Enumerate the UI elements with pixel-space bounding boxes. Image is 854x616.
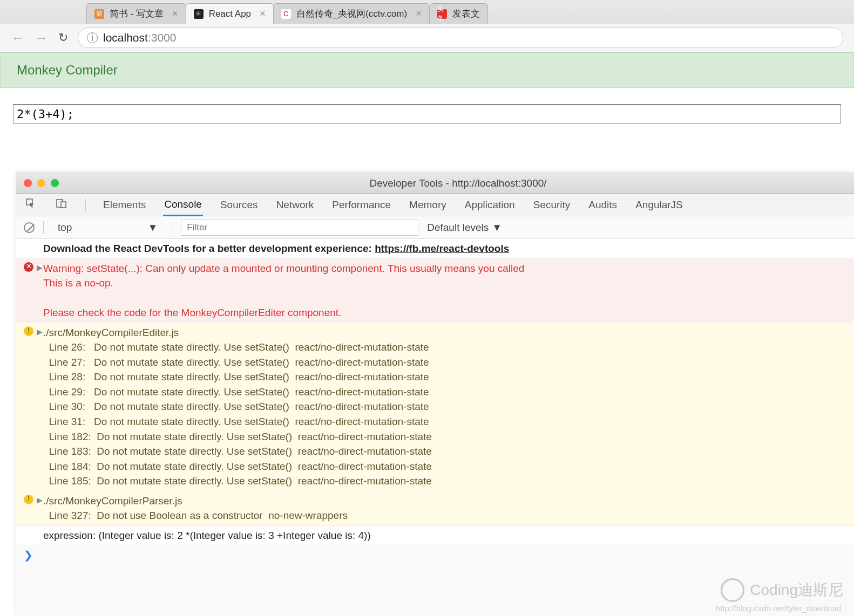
separator [172, 221, 172, 234]
browser-tab[interactable]: C自然传奇_央视网(cctv.com)× [273, 3, 430, 24]
tab-title: 简书 - 写文章 [110, 8, 164, 20]
expand-arrow-icon[interactable]: ▶ [37, 326, 43, 337]
browser-toolbar: ← → ↻ i localhost:3000 [0, 24, 854, 52]
chevron-down-icon: ▼ [147, 222, 158, 234]
window-zoom-icon[interactable] [51, 179, 59, 187]
device-toggle-icon[interactable] [54, 199, 69, 211]
devtools-titlebar: Developer Tools - http://localhost:3000/ [16, 173, 854, 194]
window-close-icon[interactable] [24, 179, 32, 187]
watermark: Coding迪斯尼 [721, 578, 843, 602]
message-text: ./src/MonkeyCompilerEditer.js Line 26: D… [43, 325, 432, 489]
chevron-down-icon: ▼ [492, 222, 502, 234]
error-icon: ✕ [24, 262, 33, 272]
browser-tabs: 简简书 - 写文章×⚛React App×C自然传奇_央视网(cctv.com)… [0, 0, 854, 24]
site-info-icon[interactable]: i [87, 32, 98, 43]
message-text: ./src/MonkeyCompilerParser.js Line 327: … [43, 494, 348, 523]
devtools-tab-network[interactable]: Network [275, 195, 315, 215]
devtools-tab-angularjs[interactable]: AngularJS [634, 195, 684, 215]
tab-title: React App [209, 9, 251, 19]
console-message: expression: (Integer value is: 2 *(Integ… [16, 526, 854, 546]
clear-console-icon[interactable] [24, 222, 35, 233]
devtools-tab-elements[interactable]: Elements [102, 195, 147, 215]
warning-icon: ! [24, 326, 33, 336]
nav-back-icon[interactable]: ← [11, 30, 25, 46]
address-port: :3000 [148, 31, 177, 44]
warning-icon: ! [24, 495, 33, 504]
watermark-sub: http://blog.csdn.net/tyler_download [716, 604, 841, 613]
tab-favicon-icon: 头条 [437, 9, 447, 19]
devtools-tab-application[interactable]: Application [464, 195, 516, 215]
devtools-tab-audits[interactable]: Audits [587, 195, 618, 215]
browser-tab[interactable]: ⚛React App× [186, 3, 274, 24]
devtools-tab-sources[interactable]: Sources [219, 195, 259, 215]
watermark-text: Coding迪斯尼 [750, 580, 843, 600]
tab-favicon-icon: ⚛ [194, 9, 204, 19]
console-output: Download the React DevTools for a better… [16, 239, 854, 545]
tab-close-icon[interactable]: × [416, 8, 422, 19]
devtools-tab-performance[interactable]: Performance [331, 195, 392, 215]
devtools-tab-memory[interactable]: Memory [408, 195, 448, 215]
console-message: !▶./src/MonkeyCompilerParser.js Line 327… [16, 491, 854, 526]
console-message: ✕▶Warning: setState(...): Can only updat… [16, 259, 854, 323]
message-text: Warning: setState(...): Can only update … [43, 261, 524, 320]
tab-favicon-icon: 简 [94, 9, 104, 19]
console-message: !▶./src/MonkeyCompilerEditer.js Line 26:… [16, 323, 854, 491]
filter-input[interactable] [181, 220, 418, 236]
separator [43, 221, 44, 234]
devtools-tabs: ElementsConsoleSourcesNetworkPerformance… [16, 194, 854, 216]
devtools-window: Developer Tools - http://localhost:3000/… [16, 173, 854, 616]
devtools-tab-console[interactable]: Console [163, 194, 203, 216]
window-minimize-icon[interactable] [37, 179, 45, 187]
address-host: localhost [103, 31, 148, 44]
console-prompt[interactable]: ❯ [16, 545, 854, 565]
address-bar[interactable]: i localhost:3000 [78, 28, 843, 48]
context-value: top [58, 222, 72, 234]
tab-title: 自然传奇_央视网(cctv.com) [296, 8, 408, 20]
watermark-logo-icon [721, 578, 744, 602]
message-text: Download the React DevTools for a better… [43, 241, 509, 256]
log-levels-value: Default levels [427, 222, 489, 234]
expand-arrow-icon[interactable]: ▶ [37, 262, 43, 273]
message-text: expression: (Integer value is: 2 *(Integ… [43, 528, 371, 543]
devtools-title: Developer Tools - http://localhost:3000/ [70, 177, 846, 189]
separator [85, 199, 86, 211]
console-message: Download the React DevTools for a better… [16, 239, 854, 259]
page-title: Monkey Compiler [0, 52, 854, 88]
browser-tab[interactable]: 头条发表文 [429, 3, 488, 24]
tab-close-icon[interactable]: × [260, 8, 266, 19]
log-levels-select[interactable]: Default levels ▼ [427, 222, 502, 234]
svg-rect-2 [61, 202, 66, 208]
tab-title: 发表文 [452, 8, 480, 20]
devtools-tab-security[interactable]: Security [532, 195, 572, 215]
nav-forward-icon[interactable]: → [35, 30, 49, 46]
tab-favicon-icon: C [281, 9, 291, 19]
message-link[interactable]: https://fb.me/react-devtools [375, 243, 509, 254]
browser-chrome: 简简书 - 写文章×⚛React App×C自然传奇_央视网(cctv.com)… [0, 0, 854, 52]
code-editor[interactable]: 2*(3+4); [13, 104, 841, 124]
nav-reload-icon[interactable]: ↻ [58, 31, 68, 45]
console-toolbar: top ▼ Default levels ▼ [16, 216, 854, 239]
browser-tab[interactable]: 简简书 - 写文章× [86, 3, 186, 24]
window-traffic-lights[interactable] [24, 179, 59, 187]
inspect-element-icon[interactable] [24, 199, 38, 211]
expand-arrow-icon[interactable]: ▶ [37, 495, 43, 505]
tab-close-icon[interactable]: × [172, 8, 178, 19]
context-select[interactable]: top ▼ [52, 220, 163, 236]
